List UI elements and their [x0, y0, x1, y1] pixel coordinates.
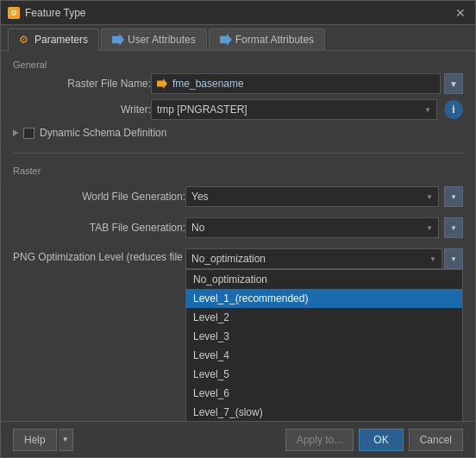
- tabs-bar: ⚙ Parameters User Attributes Format Attr…: [1, 25, 475, 51]
- dropdown-item-level6[interactable]: Level_6: [186, 384, 462, 403]
- tab-user-attributes[interactable]: User Attributes: [101, 28, 207, 50]
- input-arrow-icon: [157, 78, 167, 89]
- content-area: General Raster File Name: fme_basename ▼…: [1, 51, 475, 421]
- gear-icon: ⚙: [19, 34, 31, 46]
- tab-file-label: TAB File Generation:: [13, 222, 185, 234]
- world-file-label: World File Generation:: [13, 191, 185, 203]
- arrow-icon: [112, 34, 124, 46]
- raster-file-name-row: Raster File Name: fme_basename ▼: [13, 73, 463, 94]
- dropdown-item-level7[interactable]: Level_7_(slow): [186, 403, 462, 421]
- apply-to-button: Apply to...: [285, 429, 354, 451]
- dropdown-item-level4[interactable]: Level_4: [186, 346, 462, 365]
- png-opt-chevron-icon: ▼: [429, 255, 436, 263]
- help-dropdown-button[interactable]: ▼: [59, 429, 73, 451]
- close-button[interactable]: ✕: [453, 5, 468, 21]
- title-icon: ⚙: [8, 7, 20, 19]
- png-opt-wrap: No_optimization ▼ ▼ No_optimization Leve…: [185, 248, 463, 269]
- tab-file-chevron-icon: ▼: [426, 224, 433, 232]
- world-file-wrap: Yes ▼ ▼: [185, 186, 463, 207]
- dropdown-item-level3[interactable]: Level_3: [186, 327, 462, 346]
- footer: Help ▼ Apply to... OK Cancel: [1, 421, 475, 457]
- png-opt-dropdown: No_optimization Level_1_(recommended) Le…: [185, 269, 463, 421]
- raster-section: Raster World File Generation: Yes ▼ ▼ TA…: [13, 166, 463, 274]
- world-file-value: Yes: [191, 191, 209, 203]
- tab-format-attributes[interactable]: Format Attributes: [209, 28, 325, 50]
- dynamic-schema-row: Dynamic Schema Definition: [13, 125, 463, 141]
- writer-row: Writer: tmp [PNGRASTER] ▼ i: [13, 99, 463, 120]
- world-file-row: World File Generation: Yes ▼ ▼: [13, 186, 463, 207]
- titlebar: ⚙ Feature Type ✕: [1, 1, 475, 25]
- dynamic-schema-checkbox[interactable]: [23, 128, 34, 139]
- tab-file-wrap: No ▼ ▼: [185, 217, 463, 238]
- writer-info-button[interactable]: i: [444, 100, 463, 119]
- dropdown-item-no-opt[interactable]: No_optimization: [186, 270, 462, 289]
- raster-file-name-value: fme_basename: [172, 78, 244, 90]
- dropdown-item-level5[interactable]: Level_5: [186, 365, 462, 384]
- cancel-button[interactable]: Cancel: [409, 429, 463, 451]
- world-file-side-btn[interactable]: ▼: [444, 186, 463, 207]
- tab-file-select[interactable]: No ▼: [185, 217, 439, 238]
- tab-file-value: No: [191, 222, 204, 234]
- writer-wrap: tmp [PNGRASTER] ▼ i: [151, 99, 463, 120]
- raster-file-dropdown-btn[interactable]: ▼: [444, 73, 463, 94]
- png-opt-select[interactable]: No_optimization ▼: [185, 248, 442, 269]
- dropdown-item-level2[interactable]: Level_2: [186, 308, 462, 327]
- titlebar-left: ⚙ Feature Type: [8, 7, 86, 19]
- arrow-icon-2: [220, 34, 232, 46]
- raster-file-name-label: Raster File Name:: [13, 78, 151, 90]
- section-divider: [13, 153, 463, 154]
- writer-chevron-icon: ▼: [424, 106, 431, 114]
- png-opt-row: PNG Optimization Level (reduces file siz…: [13, 248, 463, 269]
- world-file-chevron-icon: ▼: [426, 193, 433, 201]
- raster-file-name-wrap: fme_basename ▼: [151, 73, 463, 94]
- dialog: ⚙ Feature Type ✕ ⚙ Parameters User Attri…: [0, 0, 476, 458]
- tab-parameters[interactable]: ⚙ Parameters: [8, 28, 99, 51]
- world-file-select[interactable]: Yes ▼: [185, 186, 439, 207]
- dynamic-schema-label: Dynamic Schema Definition: [40, 127, 166, 139]
- writer-select[interactable]: tmp [PNGRASTER] ▼: [151, 99, 437, 120]
- tab-file-side-btn[interactable]: ▼: [444, 217, 463, 238]
- footer-right: Apply to... OK Cancel: [285, 429, 463, 451]
- tab-format-attributes-label: Format Attributes: [235, 34, 314, 46]
- writer-label: Writer:: [13, 104, 151, 116]
- general-section-label: General: [13, 60, 463, 70]
- expand-triangle-icon[interactable]: [13, 129, 18, 136]
- dialog-title: Feature Type: [25, 7, 86, 19]
- general-section: General Raster File Name: fme_basename ▼…: [13, 60, 463, 141]
- png-opt-value: No_optimization: [191, 253, 266, 265]
- tab-parameters-label: Parameters: [34, 34, 88, 46]
- footer-left: Help ▼: [13, 429, 73, 451]
- raster-section-label: Raster: [13, 166, 463, 176]
- writer-value: tmp [PNGRASTER]: [157, 104, 247, 116]
- tab-user-attributes-label: User Attributes: [128, 34, 196, 46]
- ok-button[interactable]: OK: [359, 429, 403, 451]
- raster-file-name-input[interactable]: fme_basename: [151, 73, 441, 94]
- tab-file-row: TAB File Generation: No ▼ ▼: [13, 217, 463, 238]
- png-opt-side-btn[interactable]: ▼: [444, 248, 463, 269]
- help-button[interactable]: Help: [13, 429, 57, 451]
- png-opt-label: PNG Optimization Level (reduces file siz…: [13, 248, 185, 263]
- dropdown-item-level1[interactable]: Level_1_(recommended): [186, 289, 462, 308]
